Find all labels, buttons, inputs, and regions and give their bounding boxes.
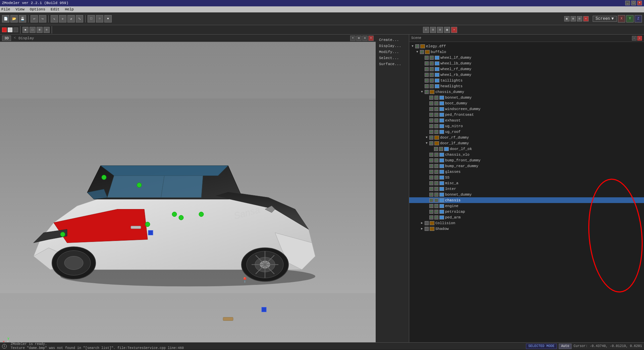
tree-item-elegy[interactable]: ▼elegy.dff	[409, 43, 644, 49]
close-button[interactable]: ×	[637, 1, 642, 5]
tree-expand-bump_front_dummy[interactable]	[425, 158, 429, 162]
tool-tex-1[interactable]: T	[423, 27, 429, 33]
tree-cb1-door_lf_ok[interactable]	[434, 147, 438, 151]
tree-cb-Shadow[interactable]	[425, 227, 429, 231]
tree-cb-chassis_dummy[interactable]	[425, 90, 429, 94]
tree-expand-ug_roof[interactable]	[425, 130, 429, 134]
tree-cb2-Inter[interactable]	[434, 187, 438, 191]
display-mode-2[interactable]: □	[30, 27, 36, 33]
tree-cb1-bonnet_dummy[interactable]	[429, 96, 433, 100]
tree-cb1-exhaust[interactable]	[429, 118, 433, 122]
tree-cb2-chassis[interactable]	[434, 198, 438, 202]
tree-cb1-SS[interactable]	[429, 176, 433, 180]
tree-item-bump_rear_dummy[interactable]: bump_rear_dummy	[409, 163, 644, 169]
tree-expand-ped_arm[interactable]	[425, 215, 429, 219]
tree-cb1-wheel_rb_dummy[interactable]	[425, 73, 429, 77]
tree-cb-elegy[interactable]	[415, 44, 419, 48]
tree-cb1-ug_roof[interactable]	[429, 130, 433, 134]
tree-expand-boot_dummy[interactable]	[425, 101, 429, 105]
tree-expand-wheel_lf_dummy[interactable]	[420, 56, 424, 60]
tree-cb1-glasses[interactable]	[429, 170, 433, 174]
vp-btn-cam[interactable]: ⊙	[362, 36, 368, 41]
display-mode-1[interactable]: ■	[22, 27, 29, 33]
tool-new[interactable]: 📄	[2, 15, 9, 22]
tree-item-misc_a[interactable]: misc_a	[409, 180, 644, 186]
tree-item-bonnet_dummy[interactable]: bonnet_dummy	[409, 95, 644, 100]
tool-sphere[interactable]: ●	[104, 15, 112, 22]
color-red[interactable]	[2, 28, 7, 32]
tool-rotate[interactable]: ↺	[67, 15, 75, 22]
tree-expand-windscreen_dummy[interactable]	[425, 107, 429, 111]
tool-open[interactable]: 📂	[10, 15, 18, 22]
color-white[interactable]	[8, 28, 12, 32]
tree-cb1-misc_a[interactable]	[429, 181, 433, 185]
tool-redo[interactable]: ↪	[39, 15, 46, 22]
tree-cb2-boot_dummy[interactable]	[434, 101, 438, 105]
tree-expand-bonnet_dummy[interactable]	[425, 96, 429, 100]
tree-expand-chassis_dummy[interactable]: ▼	[420, 90, 424, 94]
vp-btn-grid[interactable]: ⊞	[356, 36, 362, 41]
tree-item-chassis[interactable]: chassis	[409, 197, 644, 203]
tree-item-windscreen_dummy[interactable]: windscreen_dummy	[409, 106, 644, 112]
tree-item-wheel_lb_dummy[interactable]: wheel_lb_dummy	[409, 60, 644, 66]
tool-box[interactable]: □	[88, 15, 95, 22]
display-mode-4[interactable]: ⊙	[44, 27, 50, 33]
tree-cb2-taillights[interactable]	[430, 79, 434, 83]
tree-cb2-exhaust[interactable]	[434, 118, 438, 122]
tree-cb2-wheel_lb_dummy[interactable]	[430, 61, 434, 65]
tool-tex-3[interactable]: ⊟	[437, 27, 443, 33]
tree-expand-elegy[interactable]: ▼	[411, 44, 415, 48]
tree-item-wheel_rb_dummy[interactable]: wheel_rb_dummy	[409, 72, 644, 78]
tool-undo[interactable]: ↩	[31, 15, 38, 22]
tree-item-engine[interactable]: engine	[409, 203, 644, 209]
tree-cb2-windscreen_dummy[interactable]	[434, 107, 438, 111]
tool-select[interactable]: ↖	[51, 15, 58, 22]
tree-expand-door_rf_dummy[interactable]: ▼	[425, 136, 429, 140]
tree-cb2-bonnet_dummy[interactable]	[434, 96, 438, 100]
tree-expand-ped_frontseat[interactable]	[425, 113, 429, 117]
tree-expand-chassis_vlo[interactable]	[425, 153, 429, 157]
menu-edit[interactable]: Edit	[51, 7, 59, 11]
tree-expand-exhaust[interactable]	[425, 118, 429, 122]
tree-item-wheel_lf_dummy[interactable]: wheel_lf_dummy	[409, 55, 644, 60]
tree-cb2-SS[interactable]	[434, 176, 438, 180]
tree-cb1-windscreen_dummy[interactable]	[429, 107, 433, 111]
tree-cb1-headlights[interactable]	[425, 84, 429, 88]
tree-item-bump_front_dummy[interactable]: bump_front_dummy	[409, 157, 644, 163]
color-dark[interactable]	[13, 28, 18, 32]
y-axis-btn[interactable]: Y	[626, 15, 634, 22]
tree-cb2-glasses[interactable]	[434, 170, 438, 174]
tree-item-taillights[interactable]: taillights	[409, 78, 644, 83]
tree-item-bonnet_dummy2[interactable]: bonnet_dummy	[409, 192, 644, 197]
tree-item-ped_arm[interactable]: ped_arm	[409, 214, 644, 220]
z-axis-btn[interactable]: Z	[635, 15, 642, 22]
tree-cb2-door_lf_ok[interactable]	[439, 147, 443, 151]
tree-cb2-ped_frontseat[interactable]	[434, 113, 438, 117]
tree-expand-door_lf_ok[interactable]	[429, 147, 433, 151]
tree-cb2-bonnet_dummy2[interactable]	[434, 193, 438, 197]
tree-item-Inter[interactable]: Inter	[409, 186, 644, 192]
tool-right-1[interactable]: ▣	[564, 16, 570, 21]
tree-item-buffalo[interactable]: ▼buffalo	[409, 49, 644, 55]
tree-expand-wheel_rb_dummy[interactable]	[420, 73, 424, 77]
tree-item-SS[interactable]: SS	[409, 174, 644, 180]
tool-save[interactable]: 💾	[19, 15, 26, 22]
tree-cb1-bonnet_dummy2[interactable]	[429, 193, 433, 197]
tree-item-headlights[interactable]: headlights	[409, 83, 644, 89]
tree-item-petrolcap[interactable]: petrolcap	[409, 209, 644, 214]
maximize-button[interactable]: □	[631, 1, 636, 5]
panel-display[interactable]: Display...	[377, 43, 408, 49]
tree-cb2-ug_nitro[interactable]	[434, 124, 438, 128]
tree-cb1-bump_front_dummy[interactable]	[429, 158, 433, 162]
tree-item-door_lf_ok[interactable]: door_lf_ok	[409, 146, 644, 152]
tree-cb-door_lf_dummy[interactable]	[429, 141, 433, 145]
tree-expand-wheel_rf_dummy[interactable]	[420, 67, 424, 71]
tree-expand-Collision[interactable]: ▶	[420, 221, 424, 225]
tree-item-ug_roof[interactable]: ug_roof	[409, 129, 644, 135]
tree-container[interactable]: ▼elegy.dff▼buffalo wheel_lf_dummy wheel_…	[409, 42, 644, 342]
tree-cb2-chassis_vlo[interactable]	[434, 153, 438, 157]
tree-cb1-bump_rear_dummy[interactable]	[429, 164, 433, 168]
tree-item-Collision[interactable]: ▶Collision	[409, 220, 644, 226]
tree-cb1-taillights[interactable]	[425, 79, 429, 83]
menu-view[interactable]: View	[15, 7, 24, 11]
